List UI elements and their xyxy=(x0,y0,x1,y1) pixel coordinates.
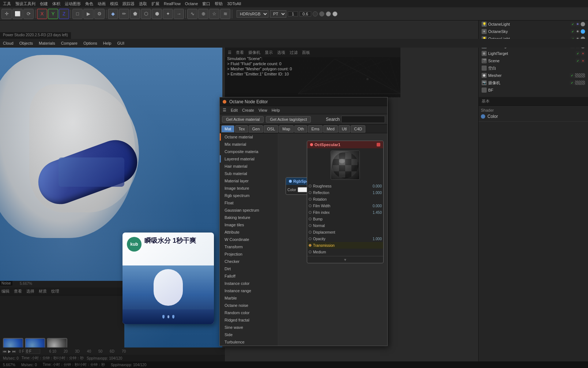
displacement-port[interactable] xyxy=(309,231,312,234)
view-menu[interactable]: View xyxy=(259,108,267,112)
y-axis-btn[interactable]: Y xyxy=(48,9,58,19)
menu-item[interactable]: 角色 xyxy=(85,1,93,7)
hamburger-icon[interactable]: ☰ xyxy=(223,108,226,112)
z-axis-btn[interactable]: Z xyxy=(59,9,69,19)
display-menu[interactable]: 显示 xyxy=(265,50,273,55)
tab-ems[interactable]: Ems xyxy=(308,125,323,133)
film-index-port[interactable] xyxy=(309,211,312,214)
edit-menu[interactable]: Edit xyxy=(231,108,238,112)
mat-checker[interactable]: Checker xyxy=(220,258,278,265)
color-mode-select[interactable]: HDR/sRGB xyxy=(237,10,268,18)
search-input[interactable] xyxy=(341,116,385,123)
tab-utl[interactable]: Utl xyxy=(339,125,350,133)
mat-image-tex[interactable]: Image texture xyxy=(220,185,278,192)
reflection-port[interactable] xyxy=(309,191,312,194)
settings-btn[interactable]: ⚙ xyxy=(94,9,105,19)
menu-cloud[interactable]: Cloud xyxy=(3,41,14,45)
medium-port[interactable] xyxy=(309,250,312,253)
val2-input[interactable] xyxy=(299,11,311,16)
tab-c4d[interactable]: C4D xyxy=(351,125,365,133)
mat-float[interactable]: Float xyxy=(220,199,278,207)
scene-item-octane-light-1[interactable]: 💡 OctaneLight ✓ 👁 xyxy=(480,21,587,28)
toolbar-btn[interactable]: ✦ xyxy=(163,9,173,19)
tab-map[interactable]: Map xyxy=(279,125,293,133)
toolbar-btn[interactable]: ⬡ xyxy=(141,9,151,19)
menu-item[interactable]: 选取 xyxy=(139,1,147,7)
view-menu[interactable]: 查看 xyxy=(236,50,244,55)
toolbar-btn[interactable]: ⊕ xyxy=(198,9,208,19)
tab-edit[interactable]: 编辑 xyxy=(1,289,10,294)
help-menu[interactable]: Help xyxy=(272,108,280,112)
draw-btn[interactable]: ✏ xyxy=(119,9,129,19)
toolbar-btn[interactable]: ≋ xyxy=(220,9,230,19)
tab-view[interactable]: 查看 xyxy=(14,289,22,294)
oct-close-btn[interactable] xyxy=(377,143,380,146)
mat-marble[interactable]: Marble xyxy=(220,294,278,302)
filter-menu[interactable]: 过滤 xyxy=(290,50,298,55)
tab-material[interactable]: 材质 xyxy=(39,289,47,294)
scene-item-bf[interactable]: BF xyxy=(480,86,587,94)
tab-osl[interactable]: OSL xyxy=(264,125,278,133)
mat-turbulence[interactable]: Turbulence xyxy=(220,338,278,346)
toolbar-btn[interactable]: □ xyxy=(72,9,83,19)
mat-random-color[interactable]: Random color xyxy=(220,309,278,316)
mat-ridged-fractal[interactable]: Ridged fractal xyxy=(220,316,278,324)
menu-item[interactable]: 运动图形 xyxy=(65,1,81,7)
hamburger-icon[interactable]: ☰ xyxy=(228,50,231,55)
menu-item[interactable]: RealFlow xyxy=(164,1,181,6)
toolbar-btn[interactable]: ⬟ xyxy=(130,9,140,19)
tab-med[interactable]: Med xyxy=(323,125,338,133)
menu-item[interactable]: 跟踪器 xyxy=(122,1,135,7)
x-axis-btn[interactable]: X xyxy=(37,9,47,19)
mat-octane-noise[interactable]: Octane noise xyxy=(220,302,278,309)
play-btn[interactable]: ▶ xyxy=(83,9,94,19)
scene-item-scene[interactable]: 🎬 Scene ✓ ✕ xyxy=(480,57,587,64)
frame-input[interactable] xyxy=(26,349,40,354)
panel-menu[interactable]: 面板 xyxy=(302,50,310,55)
get-active-material-btn[interactable]: Get Active material xyxy=(222,116,264,123)
toolbar-btn[interactable]: ☆ xyxy=(209,9,219,19)
menu-item[interactable]: 体积 xyxy=(52,1,60,7)
scene-item-blank[interactable]: 空白 xyxy=(480,64,587,72)
rotation-port[interactable] xyxy=(309,198,312,201)
toolbar-btn[interactable]: ⬢ xyxy=(152,9,162,19)
create-menu[interactable]: Create xyxy=(242,108,254,112)
mat-layer[interactable]: Material layer xyxy=(220,177,278,185)
toolbar-btn[interactable] xyxy=(313,11,318,16)
oct-specular-node[interactable]: OctSpecular1 xyxy=(307,141,384,263)
menu-item[interactable]: 创建 xyxy=(40,1,48,7)
mat-rgb[interactable]: Rgb spectrum xyxy=(220,192,278,199)
film-width-port[interactable] xyxy=(309,204,312,207)
val1-input[interactable] xyxy=(288,11,298,16)
move-tool-btn[interactable]: ✛ xyxy=(1,9,12,19)
mat-image-tiles[interactable]: Image tiles xyxy=(220,221,278,228)
menu-item[interactable]: 窗口 xyxy=(202,1,210,7)
pt-select[interactable]: PT xyxy=(270,10,286,18)
menu-item[interactable]: 帮助 xyxy=(215,1,223,7)
mat-octane[interactable]: Octane material xyxy=(220,133,278,141)
get-active-tag-btn[interactable]: Get Active tag/object xyxy=(266,116,311,123)
mat-layered[interactable]: Layered material xyxy=(220,155,278,163)
rotate-tool-btn[interactable]: ⟳ xyxy=(23,9,34,19)
mat-mix[interactable]: Mix material xyxy=(220,141,278,148)
menu-item[interactable]: 扩展 xyxy=(151,1,159,7)
options-menu[interactable]: 选项 xyxy=(277,50,285,55)
opacity-port[interactable] xyxy=(309,237,312,240)
bump-port[interactable] xyxy=(309,218,312,220)
tab-gen[interactable]: Gen xyxy=(249,125,263,133)
tab-texture[interactable]: 纹理 xyxy=(51,289,59,294)
menu-materials[interactable]: Materials xyxy=(39,41,55,45)
mat-baking[interactable]: Baking texture xyxy=(220,214,278,221)
mat-sine-wave[interactable]: Sine wave xyxy=(220,324,278,331)
skip-start-btn[interactable]: ⏮ xyxy=(3,349,7,353)
transmission-port[interactable] xyxy=(309,244,312,247)
toolbar-btn[interactable] xyxy=(326,11,331,16)
toolbar-btn[interactable] xyxy=(319,11,324,16)
normal-port[interactable] xyxy=(309,224,312,227)
mat-gaussian[interactable]: Gaussian spectrum xyxy=(220,207,278,214)
mat-instance-range[interactable]: Instance range xyxy=(220,287,278,294)
menu-gui[interactable]: GUI xyxy=(117,41,124,45)
menu-item[interactable]: Octane xyxy=(185,1,198,6)
menu-item[interactable]: 模拟 xyxy=(110,1,118,7)
tab-mat[interactable]: Mat xyxy=(221,125,234,133)
